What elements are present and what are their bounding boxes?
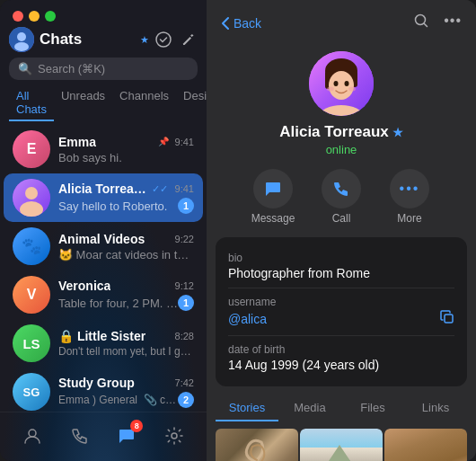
left-panel: Chats ★ 🔍 Search (⌘ xyxy=(0,0,207,461)
nav-calls[interactable] xyxy=(64,420,96,452)
back-button[interactable]: Back xyxy=(221,16,261,31)
chat-time-veronica: 9:12 xyxy=(175,280,194,291)
chat-info-emma: Emma 📌 9:41 Bob says hi. xyxy=(58,135,194,164)
minimize-button[interactable] xyxy=(29,11,40,22)
tab-media[interactable]: Media xyxy=(278,395,341,421)
chat-preview-veronica: Table for four, 2 PM. Be there. xyxy=(58,297,178,310)
nav-chats[interactable]: 8 xyxy=(110,420,143,452)
chat-item-animal[interactable]: 🐾 Animal Videos 9:22 🐱 Moar cat videos i… xyxy=(4,222,203,270)
media-grid xyxy=(207,429,476,461)
dob-value: 14 Aug 1999 (24 years old) xyxy=(228,358,454,372)
user-avatar[interactable] xyxy=(9,27,34,52)
right-header-icons: ••• xyxy=(413,13,462,33)
media-thumb-1[interactable] xyxy=(216,429,298,461)
message-label: Message xyxy=(251,212,295,225)
dob-row: date of birth 14 Aug 1999 (24 years old) xyxy=(228,338,454,377)
thumb-spiral xyxy=(216,429,298,461)
call-action-btn[interactable]: Call xyxy=(313,169,370,225)
message-action-btn[interactable]: Message xyxy=(244,169,302,225)
svg-point-3 xyxy=(156,32,171,47)
profile-star: ★ xyxy=(392,126,403,139)
svg-rect-20 xyxy=(445,315,453,323)
close-button[interactable] xyxy=(13,11,23,22)
tab-links[interactable]: Links xyxy=(404,395,467,421)
header-row: Chats ★ xyxy=(0,27,207,58)
unread-badge-study: 2 xyxy=(178,392,194,408)
right-panel: Back ••• xyxy=(207,0,476,461)
more-action-btn[interactable]: ••• More xyxy=(381,169,438,225)
chat-preview-animal: 🐱 Moar cat videos in this channel? xyxy=(58,248,194,262)
media-thumb-2[interactable] xyxy=(300,429,383,461)
chat-info-study: Study Group 7:42 Emma ) General 📎 calcul… xyxy=(58,376,194,408)
tab-files[interactable]: Files xyxy=(341,395,404,421)
tab-unreads[interactable]: Unreads xyxy=(54,85,112,121)
message-icon xyxy=(253,169,293,208)
chat-item-alicia[interactable]: Alicia Torreaux ★ ✓✓ 9:41 Say hello to R… xyxy=(4,173,203,222)
more-button[interactable]: ••• xyxy=(444,13,462,33)
chat-item-sister[interactable]: LS 🔒 Little Sister 8:28 Don't tell mom y… xyxy=(4,319,203,368)
chat-item-study[interactable]: SG Study Group 7:42 Emma ) General 📎 cal… xyxy=(4,368,203,412)
action-buttons: Message Call ••• More xyxy=(207,169,476,237)
tab-channels[interactable]: Channels xyxy=(112,85,176,121)
chat-name-animal: Animal Videos xyxy=(58,232,145,246)
chat-info-sister: 🔒 Little Sister 8:28 Don't tell mom yet,… xyxy=(58,329,194,358)
profile-name: Alicia Torreaux ★ xyxy=(279,123,403,141)
chat-item-emma[interactable]: E Emma 📌 9:41 Bob says hi. xyxy=(4,125,203,173)
chat-name-alicia: Alicia Torreaux ★ xyxy=(58,182,152,196)
chat-list: E Emma 📌 9:41 Bob says hi. xyxy=(0,125,207,412)
tab-stories[interactable]: Stories xyxy=(216,395,278,421)
back-label: Back xyxy=(234,16,261,31)
search-bar[interactable]: 🔍 Search (⌘K) xyxy=(9,58,198,80)
chat-info-veronica: Veronica 9:12 Table for four, 2 PM. Be t… xyxy=(58,279,194,311)
call-label: Call xyxy=(332,212,351,225)
chat-badge: 8 xyxy=(130,420,143,432)
nav-settings[interactable] xyxy=(158,420,190,452)
search-button[interactable] xyxy=(413,13,429,33)
svg-point-16 xyxy=(345,81,349,86)
more-icon: ••• xyxy=(390,169,429,208)
chat-name-study: Study Group xyxy=(58,376,135,390)
dob-label: date of birth xyxy=(228,343,454,356)
chat-time-alicia: 9:41 xyxy=(175,183,194,194)
verify-icon[interactable] xyxy=(154,31,172,49)
chat-preview-study: Emma ) General 📎 calculations.zip xyxy=(58,394,178,406)
chat-name-emma: Emma xyxy=(58,135,96,149)
title-star: ★ xyxy=(140,34,149,46)
svg-point-9 xyxy=(416,15,426,25)
bio-value: Photographer from Rome xyxy=(228,266,454,280)
maximize-button[interactable] xyxy=(45,11,56,22)
chat-info-alicia: Alicia Torreaux ★ ✓✓ 9:41 Say hello to R… xyxy=(58,182,194,214)
chat-avatar-alicia xyxy=(13,179,50,217)
username-row: username @alica xyxy=(228,290,454,333)
compose-icon[interactable] xyxy=(180,31,198,49)
svg-point-1 xyxy=(17,32,26,41)
nav-contacts[interactable] xyxy=(16,420,48,452)
chat-time-study: 7:42 xyxy=(175,377,194,388)
copy-icon[interactable] xyxy=(440,310,454,328)
media-thumb-3[interactable] xyxy=(384,429,467,461)
header-icons xyxy=(154,31,198,49)
pin-icon: 📌 xyxy=(158,137,169,146)
chat-avatar-emma: E xyxy=(13,130,50,168)
bottom-nav: 8 xyxy=(0,412,207,461)
tab-all-chats[interactable]: All Chats xyxy=(9,85,54,121)
chat-avatar-study: SG xyxy=(13,373,50,411)
chat-filter-tabs: All Chats Unreads Channels Design xyxy=(0,85,207,121)
more-label: More xyxy=(397,212,421,225)
chat-name-sister: 🔒 Little Sister xyxy=(58,329,145,343)
chat-name-veronica: Veronica xyxy=(58,279,110,293)
search-placeholder: Search (⌘K) xyxy=(38,62,105,75)
right-scroll: Alicia Torreaux ★ online Message xyxy=(207,42,476,461)
bio-row: bio Photographer from Rome xyxy=(228,246,454,286)
chat-info-animal: Animal Videos 9:22 🐱 Moar cat videos in … xyxy=(58,232,194,262)
svg-point-14 xyxy=(329,71,354,100)
svg-point-2 xyxy=(14,42,29,51)
chat-avatar-veronica: V xyxy=(13,276,50,314)
svg-point-15 xyxy=(334,81,339,86)
unread-badge-alicia: 1 xyxy=(178,198,194,214)
thumb-texture xyxy=(384,429,467,461)
chat-item-veronica[interactable]: V Veronica 9:12 Table for four, 2 PM. Be… xyxy=(4,270,203,319)
tab-design[interactable]: Design xyxy=(176,85,207,121)
chat-avatar-animal: 🐾 xyxy=(13,227,50,265)
call-icon xyxy=(322,169,361,208)
